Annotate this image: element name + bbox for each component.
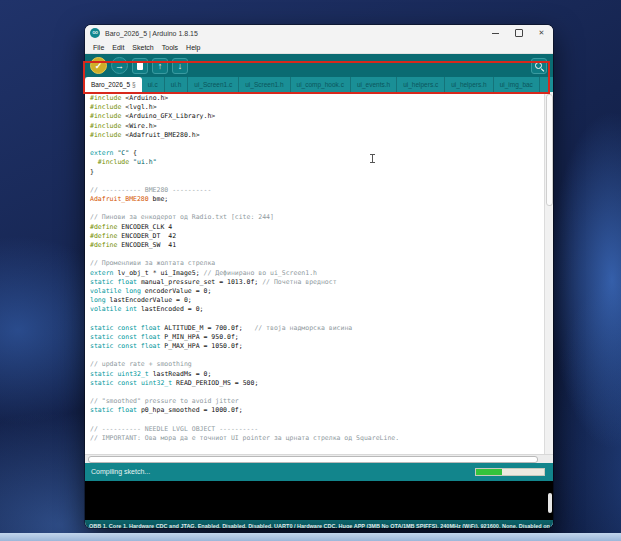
code-line: volatile int lastEncoded = 0; xyxy=(90,305,553,314)
arduino-app-icon: ∞ xyxy=(90,28,100,38)
code-line: volatile long encoderValue = 0; xyxy=(90,287,553,296)
code-line: static float manual_pressure_set = 1013.… xyxy=(90,278,553,287)
code-line: static const float P_MAX_HPA = 1050.0f; xyxy=(90,342,553,351)
code-line xyxy=(90,315,553,324)
code-line: #include <Wire.h> xyxy=(90,122,553,131)
console-scrollbar-thumb[interactable] xyxy=(548,493,552,513)
close-button[interactable]: ✕ xyxy=(530,25,553,41)
tab-ui_Screen1.h[interactable]: ui_Screen1.h xyxy=(239,77,290,92)
code-line: extern "C" { xyxy=(90,149,553,158)
code-line: #include <Arduino_GFX_Library.h> xyxy=(90,112,553,121)
upload-button[interactable]: → xyxy=(111,57,128,74)
windows-taskbar[interactable] xyxy=(0,533,621,541)
code-line: static const float ALTITUDE_M = 700.0f; … xyxy=(90,324,553,333)
code-line: // ---------- BME280 ---------- xyxy=(90,186,553,195)
editor-vertical-scrollbar[interactable] xyxy=(544,92,553,454)
maximize-button[interactable] xyxy=(507,25,530,41)
console-output[interactable] xyxy=(85,481,553,520)
code-line: #include <Arduino.h> xyxy=(90,94,553,103)
board-info-statusline: OBB 1, Core 1, Hardware CDC and JTAG, En… xyxy=(85,520,553,528)
maximize-icon xyxy=(515,29,523,37)
save-button[interactable]: ↓ xyxy=(172,58,188,74)
toolbar: ✓ → ↑ ↓ xyxy=(85,54,553,77)
minimize-button[interactable] xyxy=(484,25,507,41)
code-line xyxy=(90,351,553,360)
check-icon: ✓ xyxy=(95,61,103,71)
code-line: #include "ui.h" xyxy=(90,158,553,167)
tab-ui_helpers.c[interactable]: ui_helpers.c xyxy=(397,77,445,92)
desktop-background: ∞ Baro_2026_5 | Arduino 1.8.15 ✕ FileEdi… xyxy=(0,0,621,541)
menu-edit[interactable]: Edit xyxy=(108,44,128,51)
menu-help[interactable]: Help xyxy=(182,44,204,51)
new-sketch-button[interactable] xyxy=(132,58,148,74)
code-line: // Пинови за енкодерот од Radio.txt [cit… xyxy=(90,213,553,222)
tab-ui_helpers.h[interactable]: ui_helpers.h xyxy=(445,77,493,92)
tab-ui.h[interactable]: ui.h xyxy=(165,77,188,92)
code-line: long lastEncoderValue = 0; xyxy=(90,296,553,305)
compile-progress-bar xyxy=(475,468,545,476)
tab-ui.c[interactable]: ui.c xyxy=(142,77,165,92)
code-line xyxy=(90,416,553,425)
code-line: #define ENCODER_CLK 4 xyxy=(90,223,553,232)
close-icon: ✕ xyxy=(539,29,545,37)
status-bar: Compiling sketch... xyxy=(85,463,553,481)
open-arrow-icon: ↑ xyxy=(158,61,163,71)
code-line xyxy=(90,204,553,213)
code-line xyxy=(90,177,553,186)
tab-ui_Screen1.c[interactable]: ui_Screen1.c xyxy=(188,77,239,92)
menu-sketch[interactable]: Sketch xyxy=(128,44,157,51)
upload-arrow-icon: → xyxy=(115,61,124,71)
menu-bar: FileEditSketchToolsHelp xyxy=(85,41,553,54)
code-line: extern lv_obj_t * ui_Image5; // Дефинира… xyxy=(90,269,553,278)
tab-modified-mark: § xyxy=(132,81,136,88)
code-line xyxy=(90,250,553,259)
tab-ui_comp_hook.c[interactable]: ui_comp_hook.c xyxy=(291,77,351,92)
menu-file[interactable]: File xyxy=(89,44,108,51)
open-button[interactable]: ↑ xyxy=(152,58,168,74)
code-line: // "smoothed" pressure to avoid jitter xyxy=(90,397,553,406)
editor-horizontal-scrollbar[interactable] xyxy=(85,454,553,463)
code-line: } xyxy=(90,168,553,177)
code-line: #include <lvgl.h> xyxy=(90,103,553,112)
text-cursor-ibeam xyxy=(372,154,373,163)
arduino-ide-window: ∞ Baro_2026_5 | Arduino 1.8.15 ✕ FileEdi… xyxy=(85,25,553,528)
code-line xyxy=(90,140,553,149)
code-line: static uint32_t lastReadMs = 0; xyxy=(90,370,553,379)
window-controls: ✕ xyxy=(484,25,553,41)
window-title: Baro_2026_5 | Arduino 1.8.15 xyxy=(105,30,198,37)
code-line: static float p0_hpa_smoothed = 1000.0f; xyxy=(90,406,553,415)
tab-ui_img_bac[interactable]: ui_img_bac xyxy=(494,77,540,92)
new-document-icon xyxy=(137,62,143,70)
code-line: static const uint32_t READ_PERIOD_MS = 5… xyxy=(90,379,553,388)
tab-ui_events.h[interactable]: ui_events.h xyxy=(351,77,397,92)
serial-monitor-button[interactable] xyxy=(531,58,547,74)
code-lines: #include <Arduino.h>#include <lvgl.h>#in… xyxy=(90,94,553,443)
menu-tools[interactable]: Tools xyxy=(158,44,182,51)
code-line: // update rate + smoothing xyxy=(90,360,553,369)
minimize-icon xyxy=(492,33,499,34)
code-line: static const float P_MIN_HPA = 950.0f; xyxy=(90,333,553,342)
code-editor[interactable]: #include <Arduino.h>#include <lvgl.h>#in… xyxy=(85,92,553,454)
code-line: Adafruit_BME280 bme; xyxy=(90,195,553,204)
progress-fill xyxy=(476,469,502,475)
title-bar[interactable]: ∞ Baro_2026_5 | Arduino 1.8.15 ✕ xyxy=(85,25,553,41)
tab-bar: Baro_2026_5§ui.cui.hui_Screen1.cui_Scree… xyxy=(85,77,553,92)
horizontal-scrollbar-thumb[interactable] xyxy=(88,456,538,463)
code-line: // IMPORTANT: Ова мора да е точниот UI p… xyxy=(90,434,553,443)
save-arrow-icon: ↓ xyxy=(178,61,183,71)
magnifier-icon xyxy=(535,62,544,71)
code-line: // ---------- NEEDLE LVGL OBJECT -------… xyxy=(90,425,553,434)
tab-Baro_2026_5[interactable]: Baro_2026_5§ xyxy=(85,77,142,92)
code-line xyxy=(90,388,553,397)
code-line: #define ENCODER_DT 42 xyxy=(90,232,553,241)
vertical-scrollbar-thumb[interactable] xyxy=(546,94,553,206)
code-line: #include <Adafruit_BME280.h> xyxy=(90,131,553,140)
code-line: #define ENCODER_SW 41 xyxy=(90,241,553,250)
verify-button[interactable]: ✓ xyxy=(90,57,107,74)
code-line: // Променливи за жолтата стрелка xyxy=(90,259,553,268)
